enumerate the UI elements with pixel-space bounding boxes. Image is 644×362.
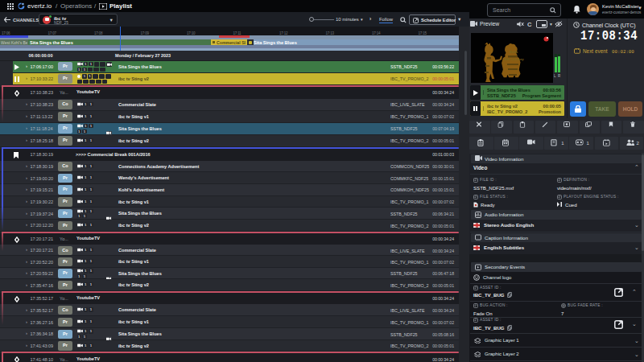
svg-text:Bella: Bella	[510, 50, 518, 54]
svg-text:14th Century: 14th Century	[503, 57, 524, 61]
